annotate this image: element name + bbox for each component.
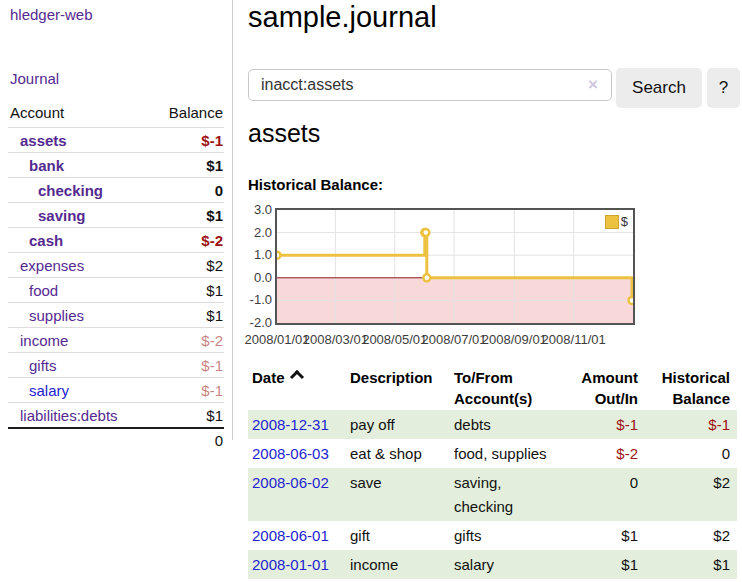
account-row: gifts$-1 (8, 353, 224, 378)
description-column-header: Description (346, 364, 450, 410)
y-tick-label: 1.0 (248, 247, 272, 262)
sidebar-account-liabilities-debts[interactable]: liabilities:debts (20, 407, 118, 424)
register-row: 2008-01-01incomesalary$1$1 (248, 550, 737, 579)
y-tick-label: 2.0 (248, 225, 272, 240)
sidebar-account-expenses[interactable]: expenses (20, 257, 84, 274)
transaction-amount: $-1 (560, 410, 646, 439)
transaction-accounts: gifts (450, 521, 560, 550)
transaction-date-link[interactable]: 2008-12-31 (252, 416, 329, 433)
x-tick-label: 2008/09/01 (482, 332, 547, 347)
account-row: salary$-1 (8, 378, 224, 403)
transaction-date-link[interactable]: 2008-06-01 (252, 527, 329, 544)
register-row: 2008-12-31pay offdebts$-1$-1 (248, 410, 737, 439)
account-row: saving$1 (8, 203, 224, 228)
search-button[interactable]: Search (616, 68, 702, 108)
account-balance: $-2 (150, 328, 224, 353)
chart-legend: $ (605, 214, 628, 229)
x-tick-label: 2008/11/01 (542, 332, 606, 347)
transaction-description: gift (346, 521, 450, 550)
account-balance: $1 (150, 203, 224, 228)
balance-column-header: Balance (150, 100, 224, 128)
sidebar-account-supplies[interactable]: supplies (29, 307, 84, 324)
register-table: Date Description To/From Account(s) Amou… (248, 364, 737, 579)
y-tick-label: -1.0 (248, 292, 272, 307)
transaction-balance: 0 (646, 439, 737, 468)
main-content: sample.journal × Search ? assets Histori… (248, 0, 742, 582)
historical-balance-chart: 3.02.01.00.0-1.0-2.0 $ 2008/01/012008/03… (248, 203, 742, 353)
transaction-date-link[interactable]: 2008-06-03 (252, 445, 329, 462)
sidebar: hledger-web Journal Account Balance asse… (0, 0, 233, 440)
accounts-total-spacer (8, 428, 150, 452)
date-column-header[interactable]: Date (248, 364, 346, 410)
transaction-date-link[interactable]: 2008-01-01 (252, 556, 329, 573)
account-balance: $1 (150, 278, 224, 303)
help-button[interactable]: ? (707, 68, 740, 108)
sidebar-account-salary[interactable]: salary (29, 382, 69, 399)
register-row: 2008-06-03eat & shopfood, supplies$-20 (248, 439, 737, 468)
accounts-table: Account Balance assets$-1bank$1checking0… (8, 100, 224, 452)
x-tick-label: 2008/05/01 (362, 332, 427, 347)
account-row: expenses$2 (8, 253, 224, 278)
transaction-description: pay off (346, 410, 450, 439)
y-tick-label: 3.0 (248, 202, 272, 217)
sidebar-account-food[interactable]: food (29, 282, 58, 299)
account-heading: assets (248, 119, 320, 148)
sidebar-account-income[interactable]: income (20, 332, 68, 349)
transaction-accounts: food, supplies (450, 439, 560, 468)
hledger-web-window: hledger-web Journal Account Balance asse… (0, 0, 742, 582)
sidebar-account-checking[interactable]: checking (38, 182, 103, 199)
sidebar-account-bank[interactable]: bank (29, 157, 64, 174)
transaction-balance: $-1 (646, 410, 737, 439)
transaction-description: save (346, 468, 450, 521)
register-row: 2008-06-01giftgifts$1$2 (248, 521, 737, 550)
account-row: checking0 (8, 178, 224, 203)
account-row: liabilities:debts$1 (8, 403, 224, 429)
transaction-balance: $1 (646, 550, 737, 579)
accounts-total-value: 0 (150, 428, 224, 452)
accounts-total-row: 0 (8, 428, 224, 452)
account-row: supplies$1 (8, 303, 224, 328)
y-tick-label: 0.0 (248, 270, 272, 285)
tofrom-column-header: To/From Account(s) (450, 364, 560, 410)
transaction-balance: $2 (646, 468, 737, 521)
account-balance: $1 (150, 403, 224, 429)
transaction-date-link[interactable]: 2008-06-02 (252, 474, 329, 491)
x-tick-label: 2008/07/01 (421, 332, 486, 347)
page-title: sample.journal (248, 1, 437, 34)
clear-search-icon[interactable]: × (588, 75, 598, 95)
account-row: cash$-2 (8, 228, 224, 253)
transaction-amount: $-2 (560, 439, 646, 468)
transaction-balance: $2 (646, 521, 737, 550)
account-balance: $-1 (150, 353, 224, 378)
account-row: food$1 (8, 278, 224, 303)
chevron-up-icon (289, 370, 303, 384)
transaction-amount: $1 (560, 521, 646, 550)
transaction-description: eat & shop (346, 439, 450, 468)
x-tick-label: 2008/03/01 (303, 332, 368, 347)
account-balance: $-1 (150, 128, 224, 153)
account-balance: $-2 (150, 228, 224, 253)
account-row: income$-2 (8, 328, 224, 353)
transaction-accounts: debts (450, 410, 560, 439)
account-balance: $2 (150, 253, 224, 278)
register-header-row: Date Description To/From Account(s) Amou… (248, 364, 737, 410)
transaction-amount: $1 (560, 550, 646, 579)
account-row: assets$-1 (8, 128, 224, 153)
sidebar-account-gifts[interactable]: gifts (29, 357, 57, 374)
account-balance: $-1 (150, 378, 224, 403)
accounts-column-header: Account (8, 100, 150, 128)
transaction-description: income (346, 550, 450, 579)
search-input[interactable] (248, 69, 612, 101)
app-brand-link[interactable]: hledger-web (10, 6, 93, 23)
account-balance: $1 (150, 303, 224, 328)
sidebar-account-assets[interactable]: assets (20, 132, 67, 149)
sidebar-account-cash[interactable]: cash (29, 232, 63, 249)
sidebar-account-saving[interactable]: saving (38, 207, 86, 224)
account-balance: $1 (150, 153, 224, 178)
chart-heading: Historical Balance: (248, 176, 383, 193)
y-tick-label: -2.0 (248, 315, 272, 330)
chart-canvas (277, 210, 633, 323)
account-row: bank$1 (8, 153, 224, 178)
sidebar-item-journal[interactable]: Journal (10, 70, 59, 87)
register-row: 2008-06-02savesaving, checking0$2 (248, 468, 737, 521)
